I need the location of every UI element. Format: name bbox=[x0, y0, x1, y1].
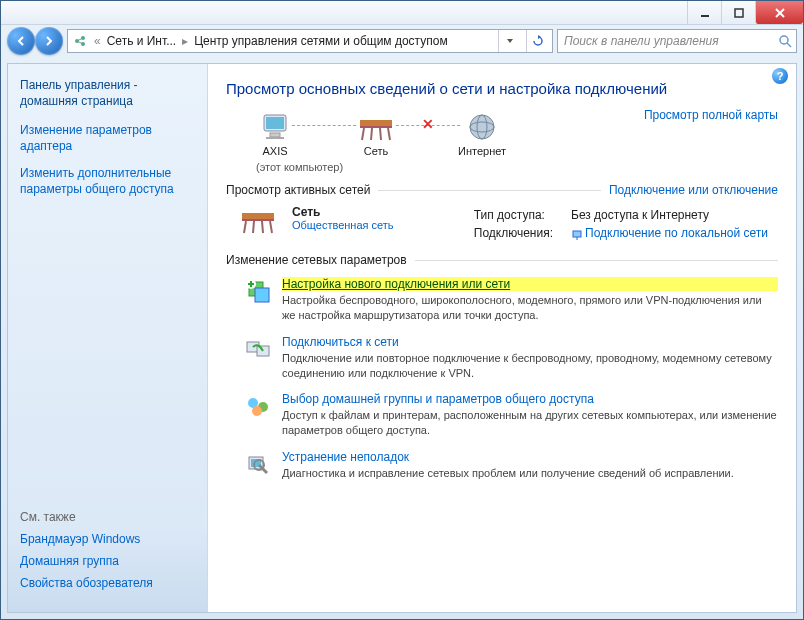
seealso-firewall-link[interactable]: Брандмауэр Windows bbox=[20, 532, 195, 546]
map-node-label: Сеть bbox=[354, 145, 398, 157]
map-node-internet: Интернет bbox=[458, 109, 506, 157]
task-troubleshoot: Устранение неполадок Диагностика и испра… bbox=[244, 450, 778, 481]
svg-line-26 bbox=[244, 221, 246, 233]
page-title: Просмотр основных сведений о сети и наст… bbox=[226, 80, 778, 97]
search-icon bbox=[778, 34, 792, 48]
task-description: Настройка беспроводного, широкополосного… bbox=[282, 293, 778, 323]
globe-icon bbox=[458, 109, 506, 145]
homegroup-icon bbox=[244, 392, 272, 420]
map-connection-ok bbox=[292, 125, 356, 126]
maximize-button[interactable] bbox=[721, 1, 755, 24]
svg-line-18 bbox=[388, 128, 390, 140]
task-connect-network-link[interactable]: Подключиться к сети bbox=[282, 335, 778, 349]
task-description: Доступ к файлам и принтерам, расположенн… bbox=[282, 408, 778, 438]
divider bbox=[415, 260, 778, 261]
svg-line-19 bbox=[371, 128, 372, 140]
breadcrumb-separator: « bbox=[94, 34, 101, 48]
seealso-homegroup-link[interactable]: Домашняя группа bbox=[20, 554, 195, 568]
connect-network-icon bbox=[244, 335, 272, 363]
sidebar-home-link[interactable]: Панель управления - домашняя страница bbox=[20, 78, 195, 109]
sidebar-sharing-settings-link[interactable]: Изменить дополнительные параметры общего… bbox=[20, 166, 195, 197]
svg-rect-24 bbox=[242, 213, 274, 219]
close-button[interactable] bbox=[755, 1, 803, 24]
address-bar[interactable]: « Сеть и Инт... ▸ Центр управления сетям… bbox=[67, 29, 553, 53]
sidebar-adapter-settings-link[interactable]: Изменение параметров адаптера bbox=[20, 123, 195, 154]
back-button[interactable] bbox=[7, 27, 35, 55]
minimize-button[interactable] bbox=[687, 1, 721, 24]
network-map: AXIS Сеть Интернет bbox=[256, 109, 778, 157]
breadcrumb-chevron-icon: ▸ bbox=[182, 34, 188, 48]
map-connection-broken bbox=[396, 125, 460, 126]
active-networks-header: Просмотр активных сетей Подключение или … bbox=[226, 183, 778, 197]
access-type-label: Тип доступа: bbox=[466, 207, 561, 223]
connection-link-label: Подключение по локальной сети bbox=[585, 226, 768, 240]
nav-buttons bbox=[7, 27, 63, 55]
svg-point-39 bbox=[252, 406, 262, 416]
svg-point-9 bbox=[780, 36, 788, 44]
map-node-computer: AXIS bbox=[256, 109, 294, 157]
svg-line-27 bbox=[270, 221, 272, 233]
content-pane: ? Панель управления - домашняя страница … bbox=[7, 63, 797, 613]
network-type-link[interactable]: Общественная сеть bbox=[292, 219, 394, 231]
svg-rect-25 bbox=[242, 219, 274, 221]
svg-rect-30 bbox=[573, 231, 581, 237]
svg-line-29 bbox=[262, 221, 263, 233]
lan-icon bbox=[571, 228, 583, 240]
network-center-icon bbox=[72, 33, 88, 49]
svg-rect-14 bbox=[266, 137, 284, 139]
svg-point-21 bbox=[470, 115, 494, 139]
connection-link[interactable]: Подключение по локальной сети bbox=[563, 225, 776, 241]
task-connect-network: Подключиться к сети Подключение или повт… bbox=[244, 335, 778, 381]
sidebar-seealso: См. также Брандмауэр Windows Домашняя гр… bbox=[20, 510, 195, 598]
task-new-connection: Настройка нового подключения или сети На… bbox=[244, 277, 778, 323]
connections-label: Подключения: bbox=[466, 225, 561, 241]
task-description: Подключение или повторное подключение к … bbox=[282, 351, 778, 381]
troubleshoot-icon bbox=[244, 450, 272, 478]
map-node-network: Сеть bbox=[354, 109, 398, 157]
sidebar: Панель управления - домашняя страница Из… bbox=[8, 64, 208, 612]
connect-disconnect-link[interactable]: Подключение или отключение bbox=[609, 183, 778, 197]
task-homegroup: Выбор домашней группы и параметров общег… bbox=[244, 392, 778, 438]
svg-line-28 bbox=[253, 221, 254, 233]
task-homegroup-link[interactable]: Выбор домашней группы и параметров общег… bbox=[282, 392, 778, 406]
map-node-label: AXIS bbox=[256, 145, 294, 157]
svg-rect-12 bbox=[266, 117, 284, 129]
bench-icon bbox=[236, 205, 280, 237]
active-network-row: Сеть Общественная сеть Тип доступа: Без … bbox=[236, 205, 778, 243]
computer-icon bbox=[256, 109, 294, 145]
task-troubleshoot-link[interactable]: Устранение неполадок bbox=[282, 450, 734, 464]
forward-button[interactable] bbox=[35, 27, 63, 55]
seealso-browser-props-link[interactable]: Свойства обозревателя bbox=[20, 576, 195, 590]
map-node-label: Интернет bbox=[458, 145, 506, 157]
bench-icon bbox=[354, 109, 398, 145]
network-info: Сеть Общественная сеть bbox=[292, 205, 394, 231]
address-dropdown[interactable] bbox=[498, 30, 520, 52]
task-description: Диагностика и исправление сетевых пробле… bbox=[282, 466, 734, 481]
section-label: Изменение сетевых параметров bbox=[226, 253, 407, 267]
svg-line-10 bbox=[787, 43, 791, 47]
titlebar bbox=[1, 1, 803, 25]
seealso-header: См. также bbox=[20, 510, 195, 524]
section-label: Просмотр активных сетей bbox=[226, 183, 370, 197]
change-settings-header: Изменение сетевых параметров bbox=[226, 253, 778, 267]
breadcrumb-item[interactable]: Центр управления сетями и общим доступом bbox=[194, 34, 448, 48]
divider bbox=[378, 190, 601, 191]
svg-rect-16 bbox=[360, 126, 392, 128]
svg-rect-15 bbox=[360, 120, 392, 126]
this-computer-label: (этот компьютер) bbox=[256, 161, 778, 173]
nav-toolbar: « Сеть и Инт... ▸ Центр управления сетям… bbox=[1, 25, 803, 57]
svg-rect-13 bbox=[270, 133, 280, 137]
refresh-button[interactable] bbox=[526, 30, 548, 52]
search-input[interactable]: Поиск в панели управления bbox=[557, 29, 797, 53]
svg-rect-33 bbox=[255, 288, 269, 302]
window: « Сеть и Инт... ▸ Центр управления сетям… bbox=[0, 0, 804, 620]
main-pane: Просмотр основных сведений о сети и наст… bbox=[208, 64, 796, 612]
search-placeholder: Поиск в панели управления bbox=[564, 34, 719, 48]
svg-line-20 bbox=[380, 128, 381, 140]
task-new-connection-link[interactable]: Настройка нового подключения или сети bbox=[282, 277, 778, 291]
breadcrumb-item[interactable]: Сеть и Инт... bbox=[107, 34, 176, 48]
new-connection-icon bbox=[244, 277, 272, 305]
network-name: Сеть bbox=[292, 205, 394, 219]
svg-rect-1 bbox=[735, 9, 743, 17]
access-type-value: Без доступа к Интернету bbox=[563, 207, 776, 223]
